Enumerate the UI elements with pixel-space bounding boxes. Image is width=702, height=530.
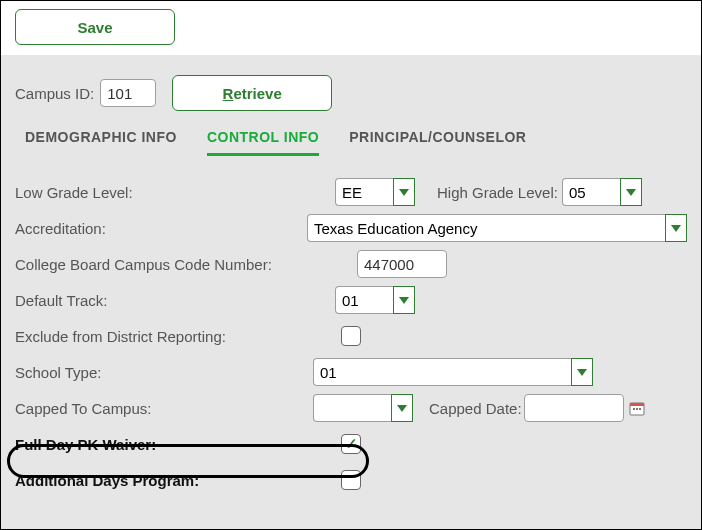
default-track-input[interactable] xyxy=(335,286,393,314)
school-type-label: School Type: xyxy=(15,364,313,381)
additional-days-label: Additional Days Program: xyxy=(15,472,341,489)
school-type-dropdown[interactable] xyxy=(571,358,593,386)
full-day-pk-checkbox[interactable] xyxy=(341,434,361,454)
school-type-input[interactable] xyxy=(313,358,571,386)
high-grade-label: High Grade Level: xyxy=(437,184,558,201)
exclude-district-checkbox[interactable] xyxy=(341,326,361,346)
svg-rect-4 xyxy=(639,408,641,410)
svg-rect-3 xyxy=(636,408,638,410)
capped-to-campus-input[interactable] xyxy=(313,394,391,422)
svg-rect-2 xyxy=(633,408,635,410)
capped-to-campus-label: Capped To Campus: xyxy=(15,400,313,417)
full-day-pk-label: Full Day PK Waiver: xyxy=(15,436,341,453)
low-grade-label: Low Grade Level: xyxy=(15,184,335,201)
capped-to-campus-dropdown[interactable] xyxy=(391,394,413,422)
high-grade-dropdown[interactable] xyxy=(620,178,642,206)
accreditation-label: Accreditation: xyxy=(15,220,307,237)
capped-date-label: Capped Date: xyxy=(429,400,522,417)
tab-demographic-info[interactable]: DEMOGRAPHIC INFO xyxy=(25,129,177,156)
save-button[interactable]: Save xyxy=(15,9,175,45)
additional-days-checkbox[interactable] xyxy=(341,470,361,490)
retrieve-button[interactable]: Retrieve xyxy=(172,75,332,111)
college-board-input[interactable] xyxy=(357,250,447,278)
tab-principal-counselor[interactable]: PRINCIPAL/COUNSELOR xyxy=(349,129,526,156)
campus-id-label: Campus ID: xyxy=(15,85,94,102)
exclude-district-label: Exclude from District Reporting: xyxy=(15,328,341,345)
college-board-label: College Board Campus Code Number: xyxy=(15,256,357,273)
low-grade-dropdown[interactable] xyxy=(393,178,415,206)
svg-rect-1 xyxy=(630,403,644,406)
tab-control-info[interactable]: CONTROL INFO xyxy=(207,129,319,156)
campus-id-input[interactable] xyxy=(100,79,156,107)
default-track-label: Default Track: xyxy=(15,292,335,309)
capped-date-input[interactable] xyxy=(524,394,624,422)
calendar-icon[interactable] xyxy=(628,399,646,417)
accreditation-dropdown[interactable] xyxy=(665,214,687,242)
default-track-dropdown[interactable] xyxy=(393,286,415,314)
low-grade-input[interactable] xyxy=(335,178,393,206)
accreditation-input[interactable] xyxy=(307,214,665,242)
high-grade-input[interactable] xyxy=(562,178,620,206)
